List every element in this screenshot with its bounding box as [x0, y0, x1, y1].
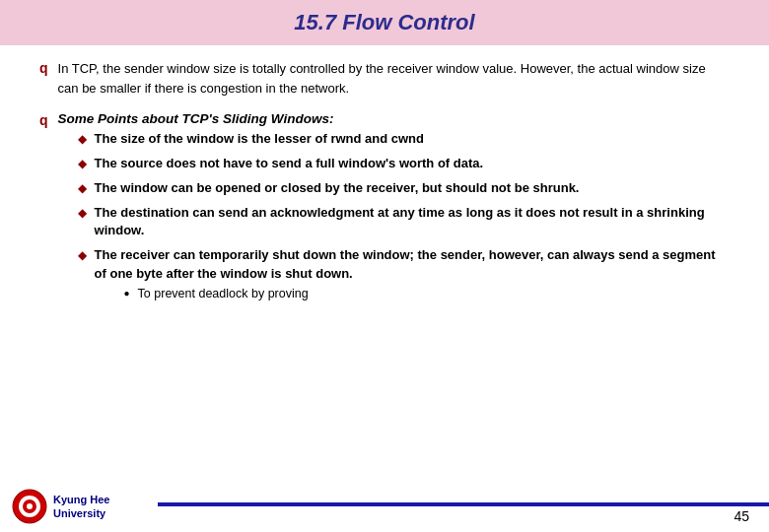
main-text-1: In TCP, the sender window size is totall… [58, 59, 730, 98]
university-name: Kyung Hee University [53, 493, 109, 521]
sub-sub-point-1: ● To prevent deadlock by proving [124, 286, 730, 303]
sub-point-4: ◆ The destination can send an acknowledg… [78, 204, 730, 241]
title-bar: 15.7 Flow Control [0, 0, 769, 45]
diamond-bullet-5: ◆ [78, 248, 87, 262]
university-name-line1: Kyung Hee [53, 493, 109, 506]
slide-container: 15.7 Flow Control q In TCP, the sender w… [0, 0, 769, 532]
diamond-bullet-1: ◆ [78, 132, 87, 146]
sub-point-5-content: The receiver can temporarily shut down t… [95, 246, 730, 305]
page-number: 45 [158, 508, 769, 524]
svg-rect-5 [29, 517, 31, 523]
sub-sub-points: ● To prevent deadlock by proving [124, 286, 730, 303]
diamond-bullet-4: ◆ [78, 206, 87, 220]
svg-rect-7 [40, 505, 46, 507]
university-logo-icon [12, 489, 47, 524]
sub-text-3: The window can be opened or closed by th… [95, 179, 580, 198]
svg-rect-6 [13, 505, 19, 507]
slide-content: q In TCP, the sender window size is tota… [0, 59, 769, 311]
bullet-q-2: q [39, 112, 48, 128]
main-point-1: q In TCP, the sender window size is tota… [39, 59, 730, 98]
sub-text-4: The destination can send an acknowledgme… [95, 204, 730, 241]
footer-line [158, 502, 769, 506]
sub-text-1: The size of the window is the lesser of … [95, 130, 424, 149]
sub-text-2: The source does not have to send a full … [95, 155, 484, 173]
sub-point-2: ◆ The source does not have to send a ful… [78, 155, 730, 173]
svg-rect-4 [29, 490, 31, 496]
sub-point-1: ◆ The size of the window is the lesser o… [78, 130, 730, 149]
sub-sub-text-1: To prevent deadlock by proving [138, 286, 309, 303]
footer-logo: Kyung Hee University [0, 489, 158, 532]
bullet-q-1: q [39, 60, 48, 76]
footer-line-area: 45 [158, 502, 769, 532]
circle-bullet-1: ● [124, 288, 130, 299]
main-point-2: q Some Points about TCP's Sliding Window… [39, 111, 730, 311]
sub-points-list: ◆ The size of the window is the lesser o… [78, 130, 730, 305]
sub-point-3: ◆ The window can be opened or closed by … [78, 179, 730, 198]
university-name-line2: University [53, 506, 109, 520]
sub-heading: Some Points about TCP's Sliding Windows: [58, 111, 730, 126]
main-point-2-content: Some Points about TCP's Sliding Windows:… [58, 111, 730, 311]
sub-text-5: The receiver can temporarily shut down t… [95, 247, 716, 281]
svg-point-3 [27, 503, 33, 509]
sub-point-5: ◆ The receiver can temporarily shut down… [78, 246, 730, 305]
diamond-bullet-2: ◆ [78, 157, 87, 170]
diamond-bullet-3: ◆ [78, 181, 87, 195]
footer: Kyung Hee University 45 [0, 479, 769, 532]
slide-title: 15.7 Flow Control [20, 10, 749, 35]
